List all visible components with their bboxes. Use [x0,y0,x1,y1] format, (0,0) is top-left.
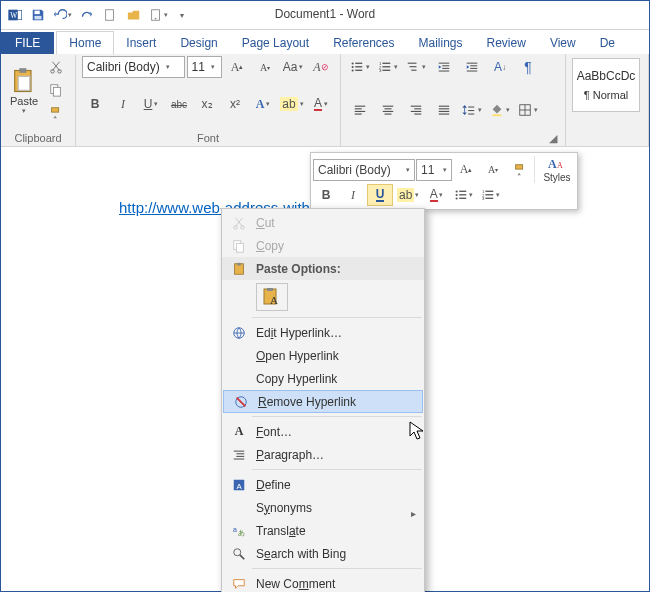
change-case-button[interactable]: Aa [280,56,306,78]
mini-italic[interactable]: I [340,184,366,206]
show-marks-button[interactable]: ¶ [515,56,541,78]
svg-text:A: A [557,161,563,170]
align-right-button[interactable] [403,99,429,121]
svg-rect-41 [355,111,366,112]
bold-button[interactable]: B [82,93,108,115]
mini-bullets[interactable] [450,184,476,206]
ctx-translate[interactable]: aあ Translate [222,519,424,542]
paragraph-group-label: ◢ [347,142,559,146]
paste-button[interactable]: Paste ▾ [7,65,41,115]
quick-access-toolbar: W ▾ ▾ ▾ [5,4,193,26]
new-doc-button[interactable] [99,4,121,26]
redo-button[interactable] [75,4,97,26]
mini-numbering[interactable]: 123 [477,184,503,206]
ctx-remove-hyperlink[interactable]: Remove Hyperlink [223,390,423,413]
ctx-copy-hyperlink[interactable]: Copy Hyperlink [222,367,424,390]
ctx-font[interactable]: A Font… [222,420,424,443]
svg-point-18 [352,66,354,68]
copy-button[interactable] [43,79,69,101]
tab-page-layout[interactable]: Page Layout [230,32,321,54]
format-painter-button[interactable] [43,102,69,124]
shrink-font-button[interactable]: A▾ [252,56,278,78]
save-button[interactable] [27,4,49,26]
tab-home[interactable]: Home [56,31,114,55]
svg-rect-68 [459,194,466,195]
line-spacing-button[interactable] [459,99,485,121]
svg-rect-10 [18,76,30,90]
tab-view[interactable]: View [538,32,588,54]
numbering-button[interactable]: 123 [375,56,401,78]
font-color-button[interactable]: A [308,93,334,115]
styles-group-label [572,142,642,146]
svg-point-67 [455,194,457,196]
mini-size-combo[interactable]: 11▾ [416,159,452,181]
italic-button[interactable]: I [110,93,136,115]
mini-styles-button[interactable]: AA Styles [534,156,575,183]
style-normal[interactable]: AaBbCcDc ¶ Normal [572,58,640,112]
mini-bold[interactable]: B [313,184,339,206]
ctx-paragraph[interactable]: Paragraph… [222,443,424,466]
tab-design[interactable]: Design [168,32,229,54]
mini-underline[interactable]: U [367,184,393,206]
ctx-synonyms[interactable]: Synonyms [222,496,424,519]
svg-rect-3 [35,11,40,15]
clipboard-group-label: Clipboard [7,130,69,146]
tab-review[interactable]: Review [475,32,538,54]
paste-keep-text-only[interactable]: A [256,283,288,311]
tab-insert[interactable]: Insert [114,32,168,54]
mini-font-color[interactable]: A [423,184,449,206]
svg-rect-36 [470,65,477,66]
tab-mailings[interactable]: Mailings [407,32,475,54]
svg-text:A: A [548,157,557,171]
svg-rect-21 [355,70,362,71]
mini-format-painter[interactable] [507,159,533,181]
svg-rect-58 [493,114,502,116]
mini-shrink-font[interactable]: A▾ [480,159,506,181]
font-size-combo[interactable]: 11▾ [187,56,222,78]
tab-developer[interactable]: De [588,32,627,54]
align-center-button[interactable] [375,99,401,121]
multilevel-list-button[interactable] [403,56,429,78]
tab-references[interactable]: References [321,32,406,54]
qat-customize-button[interactable]: ▾ [171,4,193,26]
cut-button[interactable] [43,56,69,78]
mini-highlight[interactable]: ab [394,184,422,206]
highlight-button[interactable]: ab [278,93,306,115]
font-name-combo[interactable]: Calibri (Body)▾ [82,56,185,78]
superscript-button[interactable]: x² [222,93,248,115]
text-effects-button[interactable]: A [250,93,276,115]
mini-grow-font[interactable]: A▴ [453,159,479,181]
paragraph-dialog-launcher[interactable]: ◢ [547,132,559,144]
touch-mode-button[interactable]: ▾ [147,4,169,26]
scissors-icon [226,216,252,230]
ctx-edit-hyperlink[interactable]: Edit Hyperlink… [222,321,424,344]
bullets-button[interactable] [347,56,373,78]
undo-button[interactable]: ▾ [51,4,73,26]
svg-rect-84 [267,288,273,291]
decrease-indent-button[interactable] [431,56,457,78]
mini-font-combo[interactable]: Calibri (Body)▾ [313,159,415,181]
ctx-paste-options-row: A [222,280,424,314]
tab-file[interactable]: FILE [1,32,54,54]
align-left-button[interactable] [347,99,373,121]
open-button[interactable] [123,4,145,26]
subscript-button[interactable]: x₂ [194,93,220,115]
ctx-search-bing[interactable]: Search with Bing [222,542,424,565]
comment-icon [226,577,252,591]
underline-button[interactable]: U [138,93,164,115]
ctx-new-comment[interactable]: New Comment [222,572,424,592]
svg-rect-52 [439,108,450,109]
shading-button[interactable] [487,99,513,121]
ctx-open-hyperlink[interactable]: Open Hyperlink [222,344,424,367]
svg-rect-37 [470,68,477,69]
grow-font-button[interactable]: A▴ [224,56,250,78]
ctx-define[interactable]: A Define [222,473,424,496]
svg-rect-50 [414,114,421,115]
strikethrough-button[interactable]: abc [166,93,192,115]
justify-button[interactable] [431,99,457,121]
sort-button[interactable]: A↓ [487,56,513,78]
borders-button[interactable] [515,99,541,121]
globe-link-icon [226,326,252,340]
increase-indent-button[interactable] [459,56,485,78]
clear-formatting-button[interactable]: A⊘ [308,56,334,78]
